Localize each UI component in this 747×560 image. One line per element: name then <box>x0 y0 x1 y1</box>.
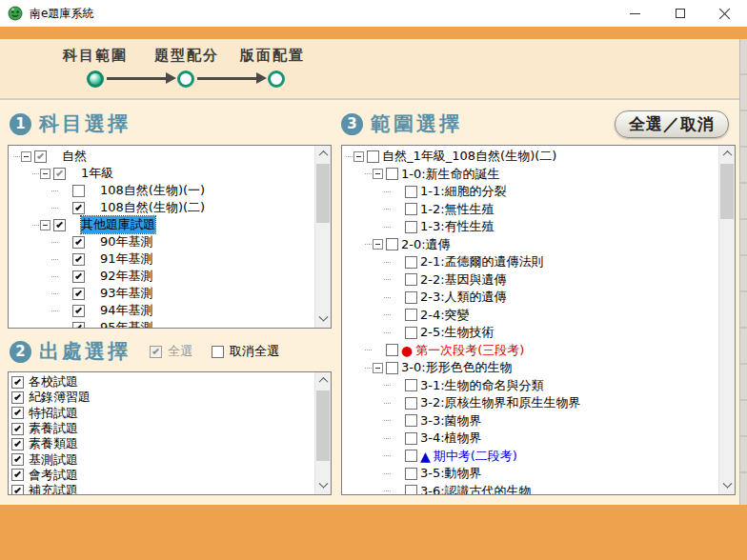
source-list-item[interactable]: 基測試題 <box>9 451 314 467</box>
step-dot-2-icon[interactable] <box>177 70 194 88</box>
tree-checkbox[interactable] <box>405 309 417 321</box>
tree-checkbox[interactable] <box>405 273 417 286</box>
tree-checkbox[interactable] <box>72 270 85 283</box>
tree-item-label[interactable]: 90年基測 <box>100 233 153 250</box>
tree-checkbox[interactable] <box>405 203 417 215</box>
expander-icon[interactable] <box>40 169 50 179</box>
tree-checkbox[interactable] <box>72 202 85 214</box>
tree-checkbox[interactable] <box>386 238 398 250</box>
tree-item-label[interactable]: 1-2:無性生殖 <box>420 201 495 218</box>
minimize-button[interactable] <box>613 0 657 27</box>
tree-item-label[interactable]: 自然_1年級_108自然(生物)(二) <box>382 148 556 165</box>
subject-tree-row[interactable]: 90年基測 <box>9 233 314 250</box>
subject-tree-row[interactable]: 94年基測 <box>9 302 314 319</box>
range-tree-row[interactable]: 3-6:認識古代的生物 <box>342 483 718 495</box>
range-tree-row[interactable]: 2-4:突變 <box>342 307 718 325</box>
tree-checkbox[interactable] <box>405 186 417 198</box>
source-checkbox[interactable] <box>11 469 24 481</box>
range-tree-row[interactable]: 2-2:基因與遺傳 <box>342 271 718 290</box>
maximize-button[interactable] <box>657 0 702 27</box>
tree-item-label[interactable]: 92年基測 <box>100 268 153 285</box>
source-list-item[interactable]: 特招試題 <box>9 406 314 421</box>
range-tree-row[interactable]: ▲ 期中考(二段考) <box>342 448 718 466</box>
tree-item-label[interactable]: 3-5:動物界 <box>420 465 482 482</box>
select-all-checkbox-icon[interactable] <box>150 346 162 358</box>
subject-tree-row[interactable]: 91年基測 <box>9 250 314 268</box>
tree-item-label[interactable]: 3-3:菌物界 <box>420 412 482 430</box>
tree-checkbox[interactable] <box>72 236 85 249</box>
source-checkbox[interactable] <box>11 391 24 404</box>
source-checkbox[interactable] <box>11 438 24 450</box>
subject-tree-row[interactable]: 其他題庫試題 <box>9 216 314 233</box>
tree-item-label[interactable]: 1-3:有性生殖 <box>420 218 495 235</box>
source-list-item[interactable]: 補充試題 <box>9 483 314 494</box>
tree-checkbox[interactable] <box>405 327 417 339</box>
range-tree-row[interactable]: 3-0:形形色色的生物 <box>342 359 718 377</box>
range-tree-row[interactable]: 自然_1年級_108自然(生物)(二) <box>342 148 718 166</box>
tree-checkbox[interactable] <box>386 344 398 356</box>
tree-item-label[interactable]: 其他題庫試題 <box>81 216 155 233</box>
expander-icon[interactable] <box>373 363 383 373</box>
step-label-layout-config[interactable]: 版面配置 <box>240 47 305 65</box>
deselect-all-checkbox-icon[interactable] <box>212 346 224 358</box>
scroll-down-icon[interactable] <box>719 478 735 494</box>
expander-icon[interactable] <box>40 220 50 230</box>
tree-checkbox[interactable] <box>72 322 85 329</box>
tree-checkbox[interactable] <box>405 414 417 427</box>
tree-checkbox[interactable] <box>405 379 417 391</box>
range-tree-row[interactable]: 2-5:生物技術 <box>342 324 718 342</box>
tree-checkbox[interactable] <box>53 219 66 231</box>
range-tree-row[interactable]: 1-0:新生命的誕生 <box>342 166 718 184</box>
range-tree-row[interactable]: 1-3:有性生殖 <box>342 218 718 236</box>
step-label-question-allocation[interactable]: 題型配分 <box>154 47 219 65</box>
source-list-item[interactable]: 各校試題 <box>9 374 314 390</box>
tree-checkbox[interactable] <box>405 291 417 304</box>
scroll-thumb[interactable] <box>316 390 330 461</box>
expander-icon[interactable] <box>373 169 383 179</box>
source-checkbox[interactable] <box>11 423 24 435</box>
scroll-down-icon[interactable] <box>315 311 331 328</box>
tree-checkbox[interactable] <box>405 450 417 462</box>
subject-tree-row[interactable]: 1年級 <box>9 165 314 182</box>
source-list-scrollbar[interactable] <box>314 372 331 494</box>
tree-checkbox[interactable] <box>367 150 379 163</box>
tree-checkbox[interactable] <box>386 168 398 180</box>
subject-tree-row[interactable]: 93年基測 <box>9 285 314 302</box>
scroll-up-icon[interactable] <box>719 146 735 162</box>
tree-item-label[interactable]: 3-2:原核生物界和原生生物界 <box>420 394 581 411</box>
tree-checkbox[interactable] <box>405 468 417 480</box>
tree-item-label[interactable]: 93年基測 <box>100 285 153 302</box>
tree-item-label[interactable]: 3-4:植物界 <box>420 430 482 447</box>
toggle-all-button[interactable]: 全選／取消 <box>615 110 729 138</box>
tree-item-label[interactable]: 2-3:人類的遺傳 <box>420 289 507 306</box>
tree-item-label[interactable]: 自然 <box>62 148 87 165</box>
tree-checkbox[interactable] <box>72 253 85 266</box>
source-checkbox[interactable] <box>11 376 24 389</box>
subject-tree-row[interactable]: 108自然(生物)(二) <box>9 199 314 216</box>
source-checkbox[interactable] <box>11 407 24 419</box>
range-tree-row[interactable]: 3-1:生物的命名與分類 <box>342 377 718 395</box>
scroll-thumb[interactable] <box>316 164 330 223</box>
subject-tree-row[interactable]: 95年基測 <box>9 319 314 328</box>
tree-item-label[interactable]: 1-1:細胞的分裂 <box>420 183 507 200</box>
subject-tree-row[interactable]: 92年基測 <box>9 268 314 285</box>
tree-checkbox[interactable] <box>72 305 85 317</box>
tree-item-label[interactable]: 3-0:形形色色的生物 <box>401 359 513 376</box>
tree-checkbox[interactable] <box>405 221 417 233</box>
step-dot-3-icon[interactable] <box>268 70 285 88</box>
tree-checkbox[interactable] <box>405 432 417 445</box>
tree-item-label[interactable]: 期中考(二段考) <box>434 448 517 465</box>
tree-item-label[interactable]: 108自然(生物)(二) <box>100 199 205 216</box>
tree-item-label[interactable]: 2-2:基因與遺傳 <box>420 271 507 289</box>
scroll-up-icon[interactable] <box>315 372 331 389</box>
expander-icon[interactable] <box>21 151 31 162</box>
expander-icon[interactable] <box>373 239 383 250</box>
tree-checkbox[interactable] <box>405 485 417 494</box>
range-tree-row[interactable]: 3-3:菌物界 <box>342 412 718 430</box>
tree-item-label[interactable]: 2-5:生物技術 <box>420 324 495 341</box>
select-all-checkbox[interactable]: 全選 <box>150 343 192 360</box>
tree-item-label[interactable]: 2-4:突變 <box>420 307 470 324</box>
step-label-subject-range[interactable]: 科目範圍 <box>63 47 128 65</box>
close-button[interactable] <box>702 0 747 27</box>
range-tree-row[interactable]: 1-2:無性生殖 <box>342 201 718 219</box>
